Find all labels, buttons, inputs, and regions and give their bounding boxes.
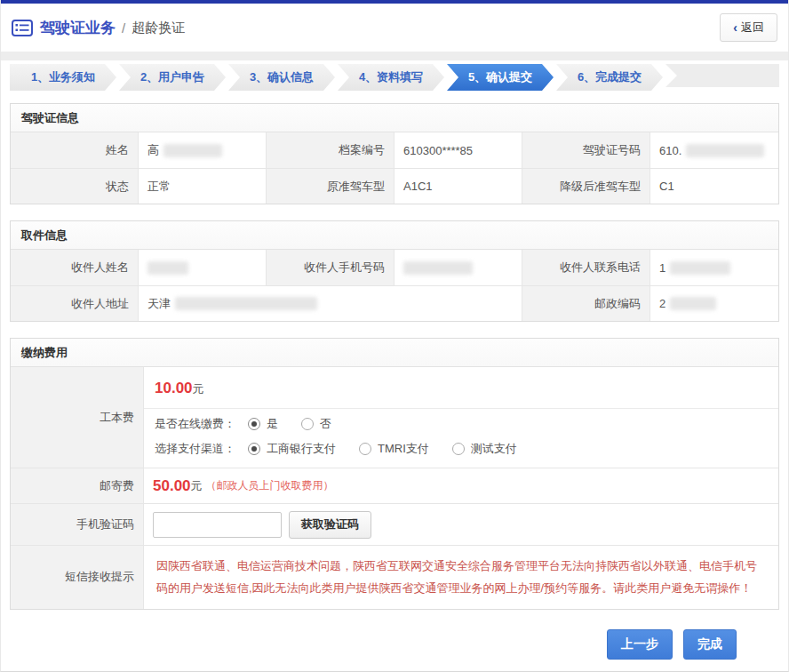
field-value-status: 正常 [139,168,267,204]
postage-fee-amount: 50.00 [153,477,191,495]
radio-unselected-icon[interactable] [301,418,314,430]
pay-channel-question: 选择支付渠道： [155,441,235,457]
pay-online-no-option[interactable]: 否 [301,416,331,432]
field-label-recipient-phone: 收件人联系电话 [522,250,650,285]
redaction-blur [403,261,473,275]
header-divider-strip [1,52,788,60]
sms-code-input[interactable] [153,512,282,538]
fees-section: 缴纳费用 工本费 10.00元 是否在线缴费： 是 否 选择支付渠道： [10,338,779,610]
field-value-original-class: A1C1 [394,168,522,204]
radio-selected-icon[interactable] [248,443,260,455]
field-label-production-fee: 工本费 [11,367,144,468]
field-value-downgraded-class: C1 [650,168,778,204]
redaction-blur [686,144,764,157]
redaction-blur [670,297,716,310]
page-title: 驾驶证业务 [40,18,116,38]
channel-tmri-option[interactable]: TMRI支付 [359,441,429,457]
channel-icbc-label: 工商银行支付 [267,441,336,457]
pay-online-yes-label: 是 [267,416,278,432]
field-label-recipient-address: 收件人地址 [11,285,139,321]
redaction-blur [175,297,317,310]
pay-online-yes-option[interactable]: 是 [248,416,278,432]
license-info-table: 姓名 高 档案编号 610300****85 驾驶证号码 610. 状态 正常 … [11,132,778,204]
step-5-confirm-submit[interactable]: 5、确认提交 [447,64,554,91]
redaction-blur [163,144,222,157]
field-value-recipient-name [139,250,267,285]
footer-actions: 上一步 完成 [1,610,788,660]
sms-notice-cell: 因陕西省联通、电信运营商技术问题，陕西省互联网交通安全综合服务管理平台无法向持陕… [144,545,778,609]
field-value-postal-code: 2 [650,285,778,321]
field-label-sms-notice: 短信接收提示 [11,545,144,609]
step-progress-bar: 1、业务须知 2、用户申告 3、确认信息 4、资料填写 5、确认提交 6、完成提… [10,60,779,87]
step-bar-filler [665,64,779,87]
channel-tmri-label: TMRI支付 [378,441,429,457]
postage-fee-cell: 50.00元 （邮政人员上门收取费用） [144,468,778,503]
field-label-license-number: 驾驶证号码 [522,132,650,168]
license-info-section: 驾驶证信息 姓名 高 档案编号 610300****85 驾驶证号码 610. … [10,103,779,204]
field-value-recipient-mobile [394,250,522,285]
radio-selected-icon[interactable] [248,418,260,430]
postage-fee-note: （邮政人员上门收取费用） [206,478,334,493]
field-label-name: 姓名 [11,132,139,168]
pickup-info-section: 取件信息 收件人姓名 收件人手机号码 收件人联系电话 1 收件人地址 天津 邮政… [10,220,779,322]
redaction-blur [147,261,188,275]
license-info-title: 驾驶证信息 [11,104,778,132]
field-label-recipient-name: 收件人姓名 [11,250,139,285]
production-fee-amount-row: 10.00元 [144,367,778,409]
previous-step-button[interactable]: 上一步 [607,629,673,660]
field-label-recipient-mobile: 收件人手机号码 [267,250,394,285]
step-1-business-notice[interactable]: 1、业务须知 [10,64,116,91]
channel-icbc-option[interactable]: 工商银行支付 [248,441,336,457]
pay-online-no-label: 否 [320,416,331,432]
radio-unselected-icon[interactable] [359,443,371,455]
postage-fee-unit: 元 [191,478,203,494]
pickup-info-title: 取件信息 [11,221,778,250]
field-label-sms-code: 手机验证码 [11,503,144,545]
pay-online-option-row: 是否在线缴费： 是 否 [144,409,778,434]
pickup-info-table-row1: 收件人姓名 收件人手机号码 收件人联系电话 1 [11,250,778,285]
channel-test-label: 测试支付 [471,441,517,457]
step-6-complete-submit[interactable]: 6、完成提交 [556,64,663,91]
fees-title: 缴纳费用 [11,339,778,367]
production-fee-unit: 元 [193,382,204,396]
back-chevron-icon: ‹ [733,20,737,35]
field-value-name: 高 [139,132,267,168]
field-label-original-class: 原准驾车型 [267,168,394,204]
license-business-icon [12,20,33,36]
back-button[interactable]: ‹ 返回 [720,13,777,42]
step-4-fill-materials[interactable]: 4、资料填写 [338,64,444,91]
field-value-recipient-phone: 1 [650,250,778,285]
field-label-downgraded-class: 降级后准驾车型 [522,168,650,204]
step-2-user-declaration[interactable]: 2、用户申告 [119,64,226,91]
sms-notice-text: 因陕西省联通、电信运营商技术问题，陕西省互联网交通安全综合服务管理平台无法向持陕… [156,555,766,600]
breadcrumb-current: 超龄换证 [132,20,185,36]
field-label-status: 状态 [11,168,139,204]
finish-button[interactable]: 完成 [683,629,737,660]
back-button-label: 返回 [741,20,764,36]
field-label-postal-code: 邮政编码 [522,285,650,321]
fees-table: 工本费 10.00元 是否在线缴费： 是 否 选择支付渠道： [11,367,778,609]
pay-channel-option-row: 选择支付渠道： 工商银行支付 TMRI支付 测试支付 [144,434,778,468]
radio-unselected-icon[interactable] [452,443,465,455]
page-header: 驾驶证业务 / 超龄换证 ‹ 返回 [1,4,788,52]
pickup-info-table-row2: 收件人地址 天津 邮政编码 2 [11,285,778,321]
field-label-postage-fee: 邮寄费 [11,468,144,503]
breadcrumb-separator: / [122,20,125,36]
field-value-recipient-address: 天津 [139,285,522,321]
field-value-license-number: 610. [650,132,778,168]
production-fee-amount: 10.00 [155,380,193,396]
field-value-file-number: 610300****85 [394,132,522,168]
production-fee-cell: 10.00元 是否在线缴费： 是 否 选择支付渠道： 工商银行支付 [144,367,778,468]
get-sms-code-button[interactable]: 获取验证码 [289,511,371,539]
channel-test-option[interactable]: 测试支付 [452,441,517,457]
pay-online-question: 是否在线缴费： [155,416,235,432]
step-3-confirm-info[interactable]: 3、确认信息 [228,64,335,91]
redaction-blur [670,261,730,275]
sms-code-cell: 获取验证码 [144,503,778,545]
field-label-file-number: 档案编号 [267,132,394,168]
